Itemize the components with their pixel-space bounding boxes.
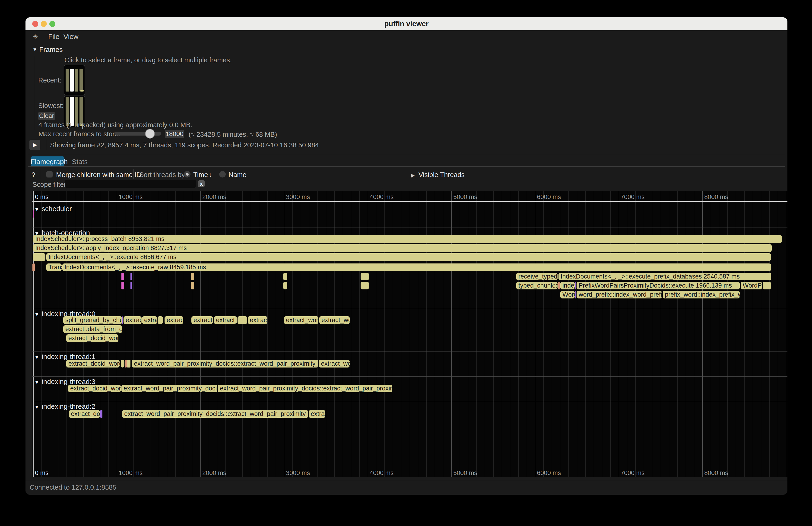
- scope-bar[interactable]: [558, 282, 560, 289]
- thread-header-scheduler[interactable]: ▼scheduler: [34, 205, 72, 213]
- gridline: [451, 191, 452, 477]
- scope-bar[interactable]: extra: [142, 316, 157, 324]
- scope-bar[interactable]: [763, 282, 771, 289]
- scope-bar[interactable]: [32, 263, 35, 271]
- help-button[interactable]: ?: [31, 171, 35, 179]
- axis-tick-label: 6000 ms: [537, 193, 561, 201]
- scope-bar[interactable]: WordPr: [741, 282, 762, 289]
- scope-bar[interactable]: extract_word_pair_proximity_docids::extr…: [132, 360, 318, 367]
- max-frames-slider-knob[interactable]: [145, 129, 155, 138]
- menu-file[interactable]: File: [48, 30, 59, 43]
- menu-view[interactable]: View: [63, 30, 78, 43]
- frame-bar[interactable]: [75, 69, 78, 91]
- gridline: [234, 191, 234, 477]
- scope-bar[interactable]: [121, 282, 124, 289]
- scope-label: extract_word_pair_proximity_docids::extr…: [122, 410, 308, 417]
- scope-bar[interactable]: [121, 360, 125, 367]
- scope-bar[interactable]: [158, 316, 163, 324]
- sort-name-radio[interactable]: [219, 171, 226, 177]
- tab-stats[interactable]: Stats: [72, 157, 88, 167]
- scope-bar[interactable]: [237, 316, 247, 324]
- scope-bar[interactable]: IndexScheduler>::process_batch 8953.821 …: [33, 235, 782, 243]
- scope-bar[interactable]: [130, 282, 132, 289]
- scope-bar[interactable]: extract: [248, 316, 267, 324]
- scope-bar[interactable]: split_grenad_by_chun: [63, 316, 122, 324]
- gridline: [627, 191, 627, 477]
- scope-bar[interactable]: [361, 282, 369, 289]
- scope-bar[interactable]: [191, 273, 194, 280]
- scope-bar[interactable]: [121, 273, 124, 280]
- merge-children-checkbox[interactable]: [46, 171, 53, 177]
- scope-bar[interactable]: extract_word: [284, 316, 318, 324]
- scope-bar[interactable]: [33, 253, 45, 261]
- scope-bar[interactable]: [361, 273, 369, 280]
- scope-bar[interactable]: Word: [560, 291, 575, 298]
- scope-label: receive_typed_: [516, 273, 557, 280]
- scope-bar[interactable]: [191, 282, 194, 289]
- scope-bar[interactable]: [575, 291, 576, 298]
- scope-bar[interactable]: [283, 273, 287, 280]
- scope-bar[interactable]: index: [560, 282, 575, 289]
- scope-bar[interactable]: [33, 210, 33, 218]
- sort-time-label[interactable]: Time: [193, 171, 208, 179]
- scope-bar[interactable]: extract_: [191, 316, 213, 324]
- scope-bar[interactable]: typed_chunk::w: [516, 282, 557, 289]
- scope-filter-input[interactable]: [65, 180, 196, 188]
- scope-bar[interactable]: prefix_word::index_prefix_wo: [663, 291, 740, 298]
- frame-bar[interactable]: [79, 69, 83, 91]
- scope-bar[interactable]: extract_: [214, 316, 237, 324]
- scope-bar[interactable]: PrefixWordPairsProximityDocids::execute …: [577, 282, 740, 289]
- scope-bar[interactable]: extract_docid_word: [68, 385, 121, 392]
- max-frames-value[interactable]: 18000: [165, 130, 184, 138]
- scope-bar[interactable]: Trans: [46, 263, 62, 271]
- scope-bar[interactable]: [122, 316, 123, 324]
- scope-bar[interactable]: extract: [124, 316, 142, 324]
- scope-bar[interactable]: word_prefix::index_word_prefix_: [577, 291, 662, 298]
- clear-filter-button[interactable]: x: [198, 180, 205, 187]
- gridline: [527, 191, 527, 477]
- scope-bar[interactable]: [283, 282, 287, 289]
- scope-bar[interactable]: IndexDocuments<_, _>::execute 8656.677 m…: [46, 253, 771, 261]
- thread-header-indexing-thread:2[interactable]: ▼indexing-thread:2: [34, 403, 96, 410]
- scope-bar[interactable]: extract_word_pair_proximity_docids: [121, 385, 217, 392]
- flamegraph-canvas[interactable]: 0 ms0 ms1000 ms1000 ms2000 ms2000 ms3000…: [32, 191, 787, 477]
- scope-bar[interactable]: [130, 273, 132, 280]
- thread-header-indexing-thread:3[interactable]: ▼indexing-thread:3: [34, 378, 96, 385]
- scope-bar[interactable]: [575, 282, 576, 289]
- scope-bar[interactable]: IndexDocuments<_, _>::execute_prefix_dat…: [559, 273, 771, 280]
- scope-bar[interactable]: extract_doc: [69, 410, 100, 418]
- scope-bar[interactable]: [125, 360, 127, 367]
- scope-bar[interactable]: extract_wo: [319, 360, 350, 367]
- gridline: [786, 191, 786, 477]
- play-button[interactable]: ▶: [29, 140, 40, 150]
- scope-bar[interactable]: [100, 410, 102, 418]
- scope-bar[interactable]: IndexDocuments<_, _>::execute_raw 8459.1…: [62, 263, 771, 271]
- clear-button[interactable]: Clear: [38, 112, 55, 120]
- sort-time-radio[interactable]: [184, 171, 190, 177]
- recent-frames-thumbnail[interactable]: [64, 65, 85, 95]
- scope-bar[interactable]: extract_docid_word: [66, 360, 119, 367]
- thread-header-indexing-thread:1[interactable]: ▼indexing-thread:1: [34, 353, 96, 361]
- tab-flamegraph[interactable]: Flamegraph: [31, 157, 64, 167]
- scope-label: extract_doc: [69, 410, 100, 417]
- scope-bar[interactable]: extract: [309, 410, 325, 418]
- scope-bar[interactable]: IndexScheduler>::apply_index_operation 8…: [33, 244, 772, 252]
- gridline: [677, 191, 678, 477]
- scope-bar[interactable]: extract_docid_word: [66, 334, 118, 342]
- frame-bar[interactable]: [66, 69, 69, 91]
- scope-bar[interactable]: extract_wo: [319, 316, 350, 324]
- scope-bar[interactable]: extract_word_pair_proximity_docids::extr…: [122, 410, 308, 418]
- visible-threads-header[interactable]: ▶ Visible Threads: [411, 171, 465, 179]
- scope-bar[interactable]: receive_typed_: [516, 273, 557, 280]
- sort-name-label[interactable]: Name: [229, 171, 246, 179]
- gridline: [251, 191, 251, 477]
- gridline: [351, 191, 351, 477]
- theme-toggle-icon[interactable]: ☀: [31, 30, 40, 43]
- scope-bar[interactable]: extrac: [164, 316, 183, 324]
- frames-section-header[interactable]: ▼ Frames: [32, 46, 63, 54]
- frame-bar[interactable]: [70, 69, 74, 91]
- scope-bar[interactable]: [127, 360, 130, 367]
- sort-direction-arrow-icon[interactable]: ↓: [208, 171, 212, 178]
- scope-bar[interactable]: extract::data_from_ob: [63, 325, 122, 333]
- scope-bar[interactable]: extract_word_pair_proximity_docids::extr…: [218, 385, 392, 392]
